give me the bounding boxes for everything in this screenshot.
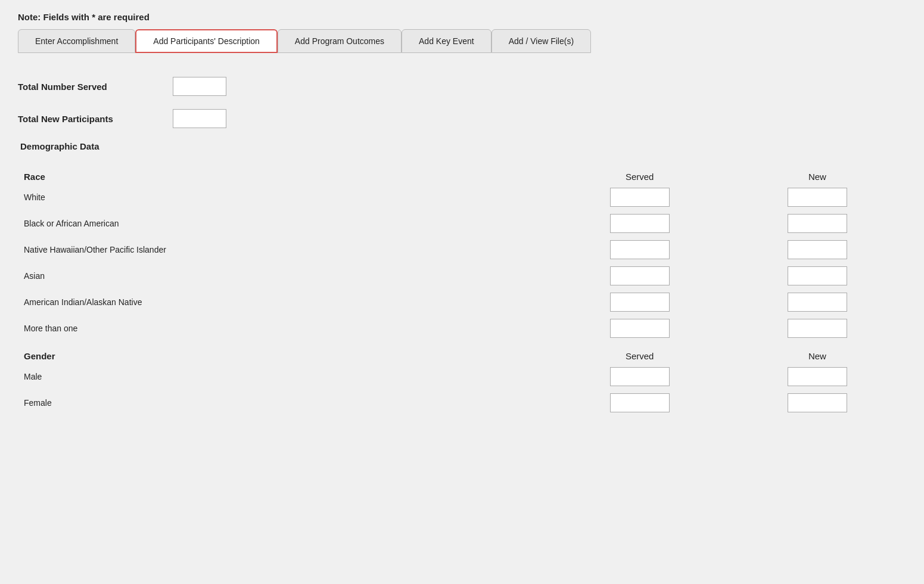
race-white-served-input[interactable] [610,188,670,207]
page-wrapper: Note: Fields with * are required Enter A… [0,0,924,584]
gender-male-served-input[interactable] [610,367,670,386]
race-asian-served-input[interactable] [610,266,670,285]
gender-male-label: Male [18,364,551,390]
table-row: Asian [18,263,906,289]
gender-header-label: Gender [18,341,551,364]
race-morethanone-served-cell [551,315,729,341]
tab-enter-accomplishment[interactable]: Enter Accomplishment [18,29,135,53]
gender-male-served-cell [551,364,729,390]
total-number-served-label: Total Number Served [18,82,173,92]
race-morethanone-new-input[interactable] [788,319,847,338]
race-white-served-cell [551,184,729,210]
race-black-served-cell [551,210,729,237]
race-aian-served-input[interactable] [610,293,670,312]
gender-served-header: Served [551,341,729,364]
gender-male-new-cell [729,364,906,390]
table-row: White [18,184,906,210]
race-nhopi-label: Native Hawaiian/Other Pacific Islander [18,237,551,263]
race-served-header: Served [551,162,729,184]
race-white-new-input[interactable] [788,188,847,207]
total-new-participants-row: Total New Participants [18,109,906,128]
gender-female-new-cell [729,390,906,416]
total-new-participants-input[interactable] [173,109,226,128]
content-area: Total Number Served Total New Participan… [18,71,906,422]
table-row: American Indian/Alaskan Native [18,289,906,315]
gender-female-served-input[interactable] [610,393,670,412]
table-row: More than one [18,315,906,341]
race-asian-new-input[interactable] [788,266,847,285]
race-asian-served-cell [551,263,729,289]
total-number-served-input[interactable] [173,77,226,96]
tabs-row: Enter Accomplishment Add Participants' D… [18,29,906,53]
race-aian-new-input[interactable] [788,293,847,312]
demographic-data-title: Demographic Data [20,141,906,151]
race-nhopi-new-cell [729,237,906,263]
gender-header-row: Gender Served New [18,341,906,364]
race-aian-new-cell [729,289,906,315]
race-morethanone-served-input[interactable] [610,319,670,338]
gender-new-header: New [729,341,906,364]
race-black-new-input[interactable] [788,214,847,233]
tab-add-key-event[interactable]: Add Key Event [402,29,491,53]
table-row: Female [18,390,906,416]
race-black-served-input[interactable] [610,214,670,233]
race-nhopi-served-input[interactable] [610,240,670,259]
race-asian-new-cell [729,263,906,289]
gender-female-new-input[interactable] [788,393,847,412]
race-aian-label: American Indian/Alaskan Native [18,289,551,315]
tab-add-program-outcomes[interactable]: Add Program Outcomes [278,29,402,53]
tab-add-view-files[interactable]: Add / View File(s) [491,29,591,53]
race-black-new-cell [729,210,906,237]
race-white-new-cell [729,184,906,210]
race-new-header: New [729,162,906,184]
race-nhopi-served-cell [551,237,729,263]
race-morethanone-label: More than one [18,315,551,341]
race-header-row: Race Served New [18,162,906,184]
race-black-label: Black or African American [18,210,551,237]
race-header-label: Race [18,162,551,184]
race-nhopi-new-input[interactable] [788,240,847,259]
gender-female-label: Female [18,390,551,416]
table-row: Native Hawaiian/Other Pacific Islander [18,237,906,263]
table-row: Male [18,364,906,390]
tab-add-participants-description[interactable]: Add Participants' Description [135,29,278,53]
gender-female-served-cell [551,390,729,416]
total-new-participants-label: Total New Participants [18,114,173,124]
gender-male-new-input[interactable] [788,367,847,386]
race-morethanone-new-cell [729,315,906,341]
race-aian-served-cell [551,289,729,315]
demographic-table: Race Served New White Black or African A… [18,162,906,416]
race-white-label: White [18,184,551,210]
required-note: Note: Fields with * are required [18,12,906,22]
race-asian-label: Asian [18,263,551,289]
table-row: Black or African American [18,210,906,237]
total-number-served-row: Total Number Served [18,77,906,96]
